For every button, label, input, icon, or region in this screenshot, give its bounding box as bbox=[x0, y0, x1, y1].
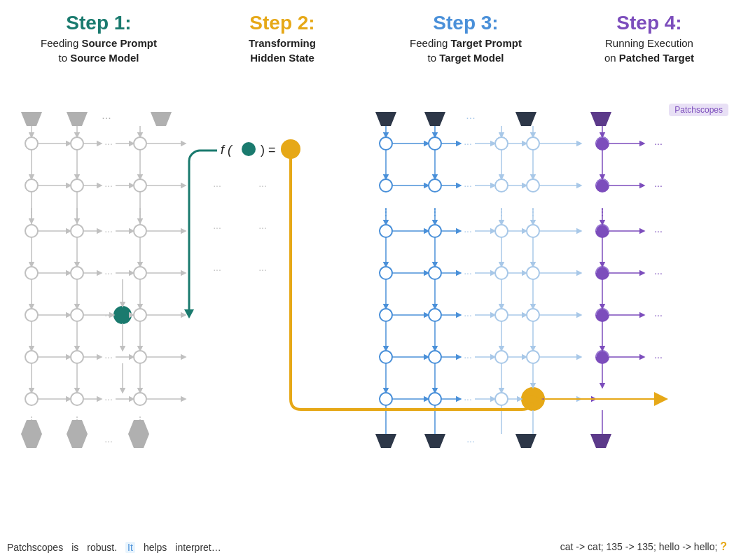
svg-text:···: ··· bbox=[464, 267, 472, 279]
svg-text:···: ··· bbox=[464, 138, 472, 149]
orange-path bbox=[291, 159, 533, 410]
step2-block: Step 2: TransformingHidden State bbox=[195, 13, 370, 65]
step2-subtitle: TransformingHidden State bbox=[195, 36, 370, 65]
source-bottom-token-1 bbox=[21, 420, 42, 434]
target-token-3 bbox=[515, 112, 536, 126]
word-robust: robust. bbox=[87, 542, 117, 553]
bottom-text-right: cat -> cat; 135 -> 135; hello -> hello; … bbox=[560, 540, 727, 553]
step3-block: Step 3: Feeding Target Promptto Target M… bbox=[378, 13, 553, 65]
bottom-question-mark: ? bbox=[720, 540, 727, 552]
source-highlighted-node bbox=[114, 307, 131, 323]
f-formula-output-dot bbox=[281, 139, 300, 159]
svg-text:···: ··· bbox=[104, 138, 113, 149]
word-interpret: interpret… bbox=[175, 542, 221, 553]
word-patchscopes: Patchscopes bbox=[7, 542, 63, 553]
svg-text:···: ··· bbox=[654, 351, 663, 363]
svg-text:···: ··· bbox=[258, 264, 267, 275]
source-token-1 bbox=[21, 112, 42, 126]
step1-subtitle: Feeding Source Promptto Source Model bbox=[11, 36, 186, 65]
target-token-2 bbox=[424, 112, 445, 126]
svg-text:···: ··· bbox=[104, 351, 113, 363]
svg-text:···: ··· bbox=[104, 267, 113, 279]
step1-block: Step 1: Feeding Source Promptto Source M… bbox=[11, 13, 186, 65]
svg-text:···: ··· bbox=[104, 393, 113, 405]
bottom-results-text: cat -> cat; 135 -> 135; hello -> hello; bbox=[560, 541, 718, 552]
svg-text:···: ··· bbox=[213, 222, 221, 233]
step4-subtitle: Running Executionon Patched Target bbox=[562, 36, 737, 65]
purple-token-top bbox=[590, 112, 611, 126]
step4-title: Step 4: bbox=[562, 13, 737, 34]
svg-text:···: ··· bbox=[654, 267, 663, 279]
svg-text:···: ··· bbox=[464, 393, 472, 405]
svg-text:···: ··· bbox=[104, 435, 113, 447]
step3-subtitle: Feeding Target Promptto Target Model bbox=[378, 36, 553, 65]
svg-text:···: ··· bbox=[213, 264, 221, 275]
teal-arrow-curve bbox=[189, 150, 217, 161]
target-bottom-token-1 bbox=[375, 434, 396, 448]
f-formula-f: f ( bbox=[221, 143, 233, 157]
target-bottom-token-2 bbox=[424, 434, 445, 448]
step4-block: Step 4: Running Executionon Patched Targ… bbox=[562, 13, 737, 65]
step2-title: Step 2: bbox=[195, 13, 370, 34]
svg-text:···: ··· bbox=[464, 180, 472, 191]
svg-text:···: ··· bbox=[104, 180, 113, 191]
svg-text:···: ··· bbox=[104, 225, 113, 237]
diagram: ··· ··· ··· ⋮ ⋮ ⋮ ··· bbox=[0, 91, 748, 532]
f-formula-input-dot bbox=[242, 142, 256, 156]
svg-text:···: ··· bbox=[464, 225, 472, 237]
svg-text:···: ··· bbox=[654, 138, 663, 149]
source-bottom-token-2b bbox=[67, 434, 88, 448]
svg-text:···: ··· bbox=[654, 309, 663, 321]
svg-text:···: ··· bbox=[466, 435, 475, 447]
bottom-text-left: Patchscopes is robust. It helps interpre… bbox=[7, 542, 221, 553]
step3-title: Step 3: bbox=[378, 13, 553, 34]
target-bottom-token-3 bbox=[515, 434, 536, 448]
svg-text:···: ··· bbox=[464, 351, 472, 363]
svg-text:···: ··· bbox=[258, 180, 267, 191]
source-bottom-token-2 bbox=[67, 420, 88, 434]
header: Step 1: Feeding Source Promptto Source M… bbox=[0, 0, 748, 72]
word-is: is bbox=[71, 542, 78, 553]
svg-text:···: ··· bbox=[102, 112, 111, 124]
svg-text:···: ··· bbox=[213, 180, 221, 191]
word-helps: helps bbox=[144, 542, 167, 553]
source-bottom-token-1b bbox=[21, 434, 42, 448]
source-bottom-token-3 bbox=[128, 420, 149, 434]
step1-title: Step 1: bbox=[11, 13, 186, 34]
svg-text:···: ··· bbox=[464, 309, 472, 321]
purple-token-bottom bbox=[590, 434, 611, 448]
source-bottom-token-3b bbox=[128, 434, 149, 448]
source-token-2 bbox=[67, 112, 88, 126]
svg-text:···: ··· bbox=[466, 112, 475, 124]
target-token-1 bbox=[375, 112, 396, 126]
svg-text:···: ··· bbox=[654, 225, 663, 237]
f-formula-equals: ) = bbox=[261, 143, 276, 157]
teal-arrow-head bbox=[184, 309, 194, 318]
svg-text:···: ··· bbox=[258, 222, 267, 233]
svg-text:···: ··· bbox=[654, 180, 663, 191]
source-token-3 bbox=[151, 112, 172, 126]
word-it-highlighted: It bbox=[125, 542, 135, 553]
